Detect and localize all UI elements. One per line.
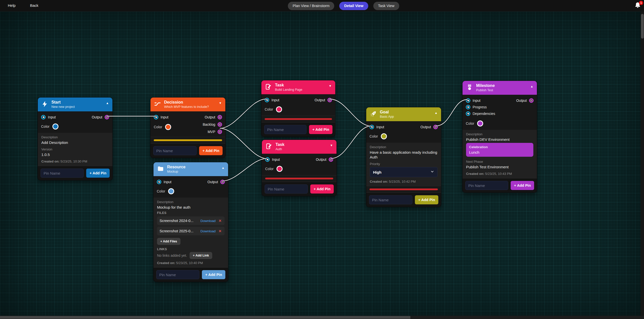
dependencies-socket[interactable]: [466, 111, 470, 116]
remove-file-icon[interactable]: ✕: [218, 219, 222, 223]
color-label: Color: [466, 121, 474, 125]
node-header[interactable]: Task Auth ▼: [262, 140, 336, 154]
node-task-landing[interactable]: Task Build Landing Page ▼ Input Output C…: [261, 80, 335, 137]
node-header[interactable]: Task Build Landing Page ▼: [261, 80, 335, 94]
description-label: Description: [466, 132, 533, 136]
description-value[interactable]: Have a basic application ready including…: [370, 150, 438, 160]
color-swatch[interactable]: [168, 188, 174, 194]
vertical-scrollbar-track[interactable]: [641, 12, 644, 316]
add-pin-button[interactable]: + Add Pin: [310, 184, 334, 194]
output-socket[interactable]: [105, 115, 109, 119]
next-phase-label: Next Phase: [466, 160, 533, 164]
node-header[interactable]: Decission Which MVP features to include?…: [150, 98, 225, 111]
input-label: Input: [271, 98, 279, 102]
output-socket[interactable]: [529, 98, 534, 103]
notification-badge: 1: [639, 1, 643, 5]
pin-name-input[interactable]: [41, 169, 84, 178]
tab-plan-view[interactable]: Plan View / Brainstorm: [288, 2, 334, 10]
description-value[interactable]: Mockup for the auth: [157, 205, 225, 210]
progress-bar: [370, 188, 438, 190]
next-phase-value[interactable]: Publish Test Environment: [466, 165, 533, 169]
color-swatch[interactable]: [52, 123, 58, 130]
color-swatch[interactable]: [477, 120, 483, 126]
backlog-socket[interactable]: [218, 122, 222, 127]
node-title: Resource: [167, 165, 219, 169]
node-task-auth[interactable]: Task Auth ▼ Input Output Color + Add Pin: [262, 140, 337, 196]
horizontal-scrollbar-track[interactable]: [0, 316, 644, 319]
add-link-button[interactable]: + Add Link: [190, 252, 212, 259]
add-pin-button[interactable]: + Add Pin: [415, 195, 438, 204]
progress-socket[interactable]: [466, 105, 470, 109]
collapse-down-icon[interactable]: ▼: [219, 101, 222, 105]
input-socket[interactable]: [370, 125, 374, 129]
download-link[interactable]: Download: [200, 219, 216, 223]
color-swatch[interactable]: [277, 166, 283, 172]
input-socket[interactable]: [466, 98, 470, 103]
node-goal[interactable]: Goal Basic App ▲ Input Output Color Desc…: [366, 107, 441, 207]
collapse-up-icon[interactable]: ▲: [106, 101, 109, 105]
pin-name-input[interactable]: [153, 146, 197, 155]
notifications-button[interactable]: 1: [634, 1, 643, 10]
node-title: Task: [275, 83, 326, 87]
mvp-socket[interactable]: [218, 130, 222, 134]
output-socket[interactable]: [433, 125, 438, 129]
tab-detail-view[interactable]: Detail View: [339, 2, 368, 10]
collapse-down-icon[interactable]: ▼: [330, 144, 333, 147]
description-value[interactable]: Add Description: [41, 140, 109, 145]
output-socket[interactable]: [329, 157, 333, 162]
pin-name-input[interactable]: [156, 270, 199, 279]
collapse-down-icon[interactable]: ▼: [329, 84, 332, 88]
input-label: Input: [161, 115, 168, 119]
color-swatch[interactable]: [165, 124, 171, 130]
node-resource[interactable]: Resource Mockup ▲ Input Output Color Des…: [153, 162, 228, 282]
download-link[interactable]: Download: [200, 229, 216, 233]
version-value[interactable]: 1.0.5: [41, 152, 109, 157]
input-socket[interactable]: [265, 98, 269, 102]
pin-name-input[interactable]: [465, 181, 508, 190]
add-pin-button[interactable]: + Add Pin: [199, 146, 223, 155]
vertical-scrollbar-thumb[interactable]: [641, 14, 644, 39]
node-header[interactable]: Milestone Publish Test ▲: [463, 81, 537, 95]
pin-name-input[interactable]: [369, 195, 412, 204]
add-pin-button[interactable]: + Add Pin: [309, 125, 332, 134]
collapse-up-icon[interactable]: ▲: [530, 85, 533, 88]
color-swatch[interactable]: [381, 133, 387, 139]
input-socket[interactable]: [154, 115, 158, 119]
collapse-up-icon[interactable]: ▲: [222, 166, 225, 170]
output-label: Output: [316, 157, 326, 162]
input-label: Input: [473, 99, 480, 103]
input-socket[interactable]: [265, 157, 270, 162]
add-pin-button[interactable]: + Add Pin: [202, 270, 225, 279]
horizontal-scrollbar-thumb[interactable]: [0, 316, 410, 319]
node-header[interactable]: Start New new project ▲: [38, 98, 112, 111]
celebration-value[interactable]: Lunch: [469, 150, 530, 154]
pin-name-input[interactable]: [265, 184, 308, 194]
progress-pin-label: Progress: [473, 105, 487, 109]
node-start[interactable]: Start New new project ▲ Input Output Col…: [38, 97, 113, 180]
input-socket[interactable]: [157, 180, 161, 184]
output-label: Output: [207, 180, 218, 184]
back-menu[interactable]: Back: [30, 3, 38, 8]
add-pin-button[interactable]: + Add Pin: [86, 169, 110, 178]
pin-name-input[interactable]: [264, 125, 306, 134]
collapse-up-icon[interactable]: ▲: [435, 111, 438, 115]
add-pin-button[interactable]: + Add Pin: [511, 181, 534, 190]
color-swatch[interactable]: [276, 106, 282, 112]
add-files-button[interactable]: + Add Files: [157, 238, 180, 245]
tab-task-view[interactable]: Task View: [373, 2, 399, 10]
node-decision[interactable]: Decission Which MVP features to include?…: [150, 97, 226, 158]
node-header[interactable]: Resource Mockup ▲: [154, 162, 228, 176]
medal-icon: [466, 84, 473, 91]
node-milestone[interactable]: Milestone Publish Test ▲ Input Progress: [462, 81, 537, 193]
folder-icon: [157, 165, 164, 172]
output-socket[interactable]: [220, 180, 225, 184]
input-socket[interactable]: [41, 115, 46, 119]
node-header[interactable]: Goal Basic App ▲: [366, 107, 441, 121]
output-socket[interactable]: [327, 98, 332, 102]
help-menu[interactable]: Help: [8, 3, 16, 8]
description-label: Description: [370, 145, 438, 149]
output-socket[interactable]: [218, 115, 222, 119]
description-value[interactable]: Publish DEV Environment: [466, 137, 533, 142]
remove-file-icon[interactable]: ✕: [218, 229, 222, 233]
priority-select[interactable]: High: [370, 167, 438, 177]
